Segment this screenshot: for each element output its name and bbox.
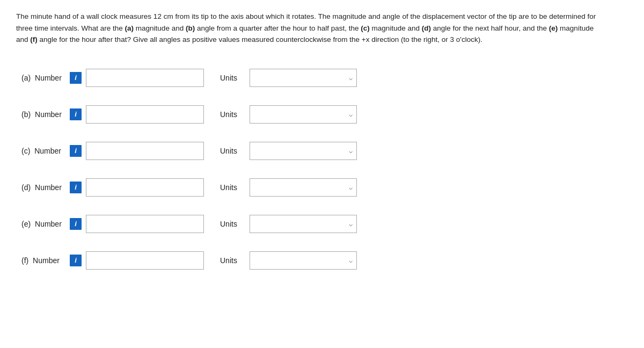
units-select-f[interactable]: cm m degrees radians bbox=[250, 251, 357, 270]
units-label-a: Units bbox=[220, 74, 244, 82]
units-label-b: Units bbox=[220, 110, 244, 119]
label-b: (b) bbox=[21, 110, 31, 119]
info-button-f[interactable]: i bbox=[70, 255, 82, 266]
number-input-b[interactable] bbox=[86, 105, 204, 124]
units-select-wrapper-c: cm m degrees radians ⌵ bbox=[250, 142, 357, 160]
units-select-wrapper-b: cm m degrees radians ⌵ bbox=[250, 105, 357, 124]
units-select-a[interactable]: cm m degrees radians bbox=[250, 69, 357, 87]
problem-description: The minute hand of a wall clock measures… bbox=[16, 11, 606, 46]
answer-row-b: (b) Number i Units cm m degrees radians … bbox=[21, 98, 628, 130]
units-select-wrapper-f: cm m degrees radians ⌵ bbox=[250, 251, 357, 270]
number-input-d[interactable] bbox=[86, 178, 204, 197]
units-label-d: Units bbox=[220, 183, 244, 192]
units-label-e: Units bbox=[220, 220, 244, 228]
label-c: (c) bbox=[21, 147, 30, 155]
answer-row-c: (c) Number i Units cm m degrees radians … bbox=[21, 135, 628, 167]
units-select-b[interactable]: cm m degrees radians bbox=[250, 105, 357, 124]
row-label-e: (e) Number bbox=[21, 220, 70, 228]
units-select-wrapper-e: cm m degrees radians ⌵ bbox=[250, 215, 357, 233]
units-select-c[interactable]: cm m degrees radians bbox=[250, 142, 357, 160]
answer-row-a: (a) Number i Units cm m degrees radians … bbox=[21, 62, 628, 94]
info-button-c[interactable]: i bbox=[70, 145, 82, 157]
units-select-wrapper-a: cm m degrees radians ⌵ bbox=[250, 69, 357, 87]
answer-row-e: (e) Number i Units cm m degrees radians … bbox=[21, 208, 628, 240]
row-label-b: (b) Number bbox=[21, 110, 70, 119]
label-e: (e) bbox=[21, 220, 31, 228]
units-select-e[interactable]: cm m degrees radians bbox=[250, 215, 357, 233]
row-label-d: (d) Number bbox=[21, 183, 70, 192]
answer-row-f: (f) Number i Units cm m degrees radians … bbox=[21, 244, 628, 277]
number-input-f[interactable] bbox=[86, 251, 204, 270]
label-f: (f) bbox=[21, 256, 28, 265]
number-input-e[interactable] bbox=[86, 215, 204, 233]
label-d: (d) bbox=[21, 183, 31, 192]
row-label-a: (a) Number bbox=[21, 74, 70, 82]
info-button-d[interactable]: i bbox=[70, 182, 82, 193]
number-input-a[interactable] bbox=[86, 69, 204, 87]
units-select-d[interactable]: cm m degrees radians bbox=[250, 178, 357, 197]
answer-rows: (a) Number i Units cm m degrees radians … bbox=[16, 62, 628, 277]
label-a: (a) bbox=[21, 74, 31, 82]
answer-row-d: (d) Number i Units cm m degrees radians … bbox=[21, 171, 628, 204]
row-label-c: (c) Number bbox=[21, 147, 70, 155]
info-button-b[interactable]: i bbox=[70, 108, 82, 120]
info-button-e[interactable]: i bbox=[70, 218, 82, 230]
units-select-wrapper-d: cm m degrees radians ⌵ bbox=[250, 178, 357, 197]
row-label-f: (f) Number bbox=[21, 256, 70, 265]
units-label-c: Units bbox=[220, 147, 244, 155]
units-label-f: Units bbox=[220, 256, 244, 265]
info-button-a[interactable]: i bbox=[70, 72, 82, 84]
number-input-c[interactable] bbox=[86, 142, 204, 160]
